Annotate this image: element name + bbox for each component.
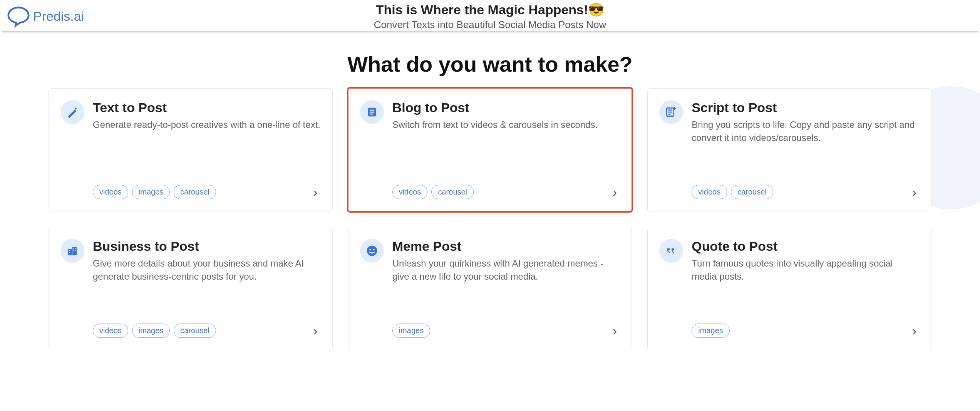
brand-name: Predis.ai [33, 9, 84, 24]
card-meme-post[interactable]: Meme Post Unleash your quirkiness with A… [348, 227, 632, 350]
magic-wand-icon [60, 100, 84, 124]
tag: videos [93, 324, 128, 338]
svg-rect-12 [69, 250, 70, 251]
svg-rect-16 [74, 250, 75, 252]
card-description: Unleash your quirkiness with AI generate… [392, 257, 620, 283]
chevron-right-icon: › [313, 323, 320, 338]
card-tags: videos carousel [392, 185, 474, 199]
card-title: Meme Post [392, 239, 620, 254]
card-tags: images [692, 324, 729, 338]
card-quote-to-post[interactable]: Quote to Post Turn famous quotes into vi… [647, 227, 931, 350]
tag: images [392, 324, 430, 338]
card-tags: videos images carousel [93, 324, 216, 338]
tag: videos [93, 185, 128, 199]
script-plus-icon [659, 100, 683, 124]
page-title: What do you want to make? [2, 52, 978, 77]
template-cards-grid: Text to Post Generate ready-to-post crea… [2, 88, 978, 350]
svg-rect-14 [74, 248, 75, 250]
brand-logo[interactable]: Predis.ai [7, 5, 84, 28]
smiley-icon [360, 239, 384, 263]
svg-point-18 [367, 246, 377, 256]
svg-rect-11 [72, 247, 77, 255]
svg-rect-1 [369, 110, 374, 111]
tag: images [132, 185, 170, 199]
tag: carousel [731, 185, 773, 199]
svg-rect-15 [75, 248, 76, 250]
card-tags: images [392, 324, 430, 338]
svg-point-20 [373, 249, 374, 250]
header: Predis.ai This is Where the Magic Happen… [2, 2, 978, 32]
card-text-to-post[interactable]: Text to Post Generate ready-to-post crea… [49, 88, 333, 211]
header-subtitle: Convert Texts into Beautiful Social Medi… [374, 19, 606, 31]
quotes-icon [659, 239, 683, 263]
chevron-right-icon: › [313, 185, 320, 200]
chevron-right-icon: › [613, 323, 620, 338]
card-description: Switch from text to videos & carousels i… [392, 118, 620, 131]
tag: carousel [174, 185, 216, 199]
svg-rect-3 [369, 114, 373, 115]
tag: videos [692, 185, 727, 199]
chevron-right-icon: › [912, 323, 920, 338]
tag: carousel [174, 324, 216, 338]
document-icon [360, 100, 384, 124]
header-tagline: This is Where the Magic Happens!😎 Conver… [374, 2, 606, 31]
card-tags: videos images carousel [93, 185, 216, 199]
card-title: Text to Post [93, 100, 321, 115]
card-title: Business to Post [93, 239, 321, 254]
tag: images [132, 324, 170, 338]
card-description: Generate ready-to-post creatives with a … [93, 118, 321, 131]
card-description: Turn famous quotes into visually appeali… [692, 257, 920, 283]
svg-rect-17 [75, 250, 76, 252]
card-tags: videos carousel [692, 185, 773, 199]
tag: videos [392, 185, 428, 199]
card-script-to-post[interactable]: Script to Post Bring you scripts to life… [647, 88, 931, 211]
card-blog-to-post[interactable]: Blog to Post Switch from text to videos … [347, 87, 633, 213]
card-title: Blog to Post [392, 100, 620, 115]
card-title: Script to Post [692, 100, 920, 115]
card-business-to-post[interactable]: Business to Post Give more details about… [49, 227, 333, 350]
tag: carousel [431, 185, 474, 199]
svg-rect-2 [369, 112, 374, 113]
svg-rect-13 [69, 252, 70, 253]
buildings-icon [60, 239, 84, 263]
predis-logo-icon [7, 5, 30, 28]
tag: images [692, 324, 729, 338]
card-description: Bring you scripts to life. Copy and past… [692, 118, 920, 144]
header-title: This is Where the Magic Happens!😎 [374, 2, 606, 17]
card-description: Give more details about your business an… [93, 257, 321, 283]
chevron-right-icon: › [912, 185, 920, 200]
chevron-right-icon: › [613, 185, 620, 200]
svg-point-19 [369, 249, 371, 250]
card-title: Quote to Post [692, 239, 920, 254]
